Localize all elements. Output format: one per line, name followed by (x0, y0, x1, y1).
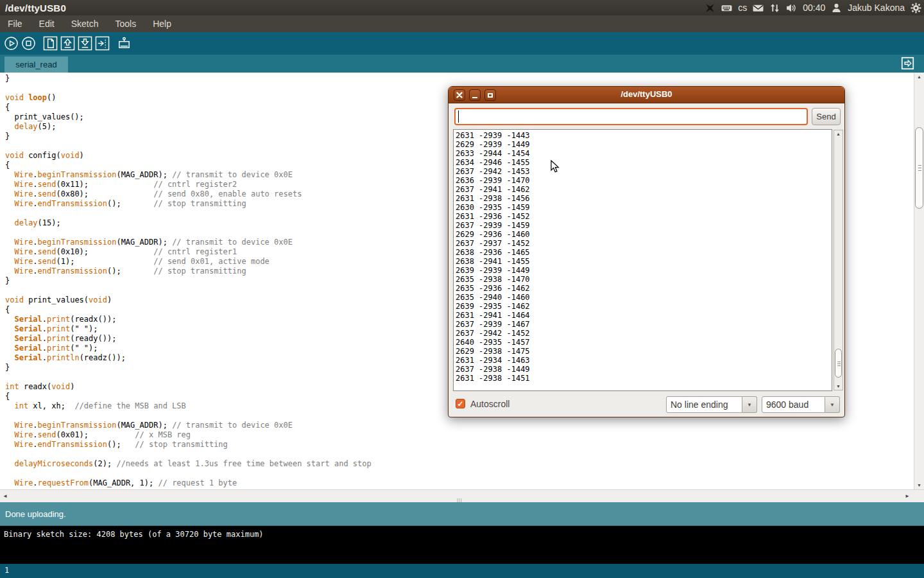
serial-scrollbar-thumb[interactable] (835, 349, 842, 378)
top-panel: /dev/ttyUSB0 cs00:40Jakub Kakona (0, 0, 924, 15)
code-line: } (5, 363, 372, 372)
chevron-down-icon[interactable]: ▼ (825, 396, 840, 413)
console-output: Binary sketch size: 4208 bytes (of a 307… (0, 525, 924, 564)
serial-line: 2637 -2939 -1459 (456, 221, 530, 230)
menu-item-help[interactable]: Help (153, 19, 171, 29)
upload-button[interactable] (94, 36, 110, 51)
code-area: }void loop(){ print_values(); delay(5);}… (5, 74, 372, 488)
serial-line: 2637 -2941 -1462 (456, 185, 530, 194)
code-line: void config(void) (5, 151, 372, 161)
code-line (5, 209, 372, 218)
footer-bar: 1 (0, 564, 924, 578)
line-number-indicator: 1 (0, 564, 9, 575)
tab-serial-read[interactable]: serial_read (4, 57, 68, 73)
tab-menu-button[interactable] (901, 57, 914, 70)
code-line: Wire.beginTransmission(MAG_ADDR); // tra… (5, 170, 372, 180)
serial-line: 2635 -2938 -1470 (456, 275, 530, 284)
serial-scrollbar[interactable]: ▲ ▼ (834, 130, 843, 390)
serial-line: 2629 -2939 -1449 (456, 140, 530, 149)
serial-monitor-titlebar[interactable]: /dev/ttyUSB0 (449, 87, 844, 103)
editor-scrollbar-thumb[interactable] (915, 127, 923, 209)
status-message: Done uploading. (0, 509, 66, 519)
menu-item-file[interactable]: File (8, 19, 22, 29)
tray-username[interactable]: Jakub Kakona (848, 3, 905, 13)
serial-output-area[interactable]: 2631 -2939 -14432629 -2939 -14492633 -29… (453, 129, 832, 391)
autoscroll-label: Autoscroll (470, 399, 509, 409)
scroll-up-icon[interactable]: ▲ (914, 74, 924, 79)
code-line: Wire.endTransmission(); // stop transmit… (5, 267, 372, 276)
system-tray: cs00:40Jakub Kakona (705, 0, 921, 15)
tray-clock[interactable]: 00:40 (803, 3, 825, 13)
text-caret (458, 110, 459, 123)
code-line (5, 372, 372, 382)
session-gear-icon[interactable] (911, 3, 921, 13)
serial-scroll-down-icon[interactable]: ▼ (834, 384, 843, 389)
code-line: { (5, 103, 372, 112)
code-line: Wire.send(0x01); // x MSB reg (5, 430, 372, 440)
indicator-x-icon[interactable] (705, 3, 715, 13)
stop-button[interactable] (21, 36, 36, 51)
code-line: Wire.beginTransmission(MAG_ADDR); // tra… (5, 421, 372, 430)
code-line: } (5, 74, 372, 83)
open-sketch-button[interactable] (60, 36, 75, 51)
serial-line: 2637 -2938 -1449 (456, 365, 530, 374)
serial-line: 2638 -2936 -1465 (456, 248, 530, 257)
serial-line: 2631 -2939 -1443 (456, 131, 530, 140)
console-text: Binary sketch size: 4208 bytes (of a 307… (0, 526, 924, 539)
new-sketch-button[interactable] (42, 36, 58, 51)
menu-item-tools[interactable]: Tools (116, 19, 137, 29)
code-line: Wire.send(0x10); // cntrl register1 (5, 247, 372, 257)
serial-line: 2630 -2935 -1459 (456, 203, 530, 212)
chevron-down-icon[interactable]: ▼ (742, 396, 757, 413)
serial-line: 2634 -2946 -1455 (456, 158, 530, 167)
code-line (5, 83, 372, 93)
tray-keyboard-layout[interactable]: cs (738, 3, 747, 13)
serial-monitor-button[interactable] (116, 36, 132, 51)
editor-vertical-scrollbar[interactable]: ▲ ▼ (914, 73, 924, 489)
code-line: delay(15); (5, 218, 372, 228)
code-line (5, 411, 372, 421)
baud-rate-dropdown[interactable]: 9600 baud ▼ (762, 396, 840, 413)
scroll-down-icon[interactable]: ▼ (914, 483, 924, 487)
serial-line: 2638 -2941 -1455 (456, 257, 530, 266)
serial-line: 2635 -2940 -1460 (456, 293, 530, 302)
menu-item-edit[interactable]: Edit (39, 19, 55, 29)
code-line (5, 469, 372, 478)
send-button[interactable]: Send (812, 108, 841, 125)
serial-scroll-up-icon[interactable]: ▲ (834, 132, 843, 136)
scroll-left-icon[interactable]: ◄ (3, 493, 8, 499)
code-line: Serial.print(" "); (5, 324, 372, 334)
serial-monitor-bottom-bar: ✓ Autoscroll No line ending ▼ 9600 baud … (449, 396, 844, 417)
save-sketch-button[interactable] (77, 36, 92, 51)
code-line: delayMicroseconds(2); //needs at least 1… (5, 459, 372, 469)
menubar: FileEditSketchToolsHelp (0, 15, 924, 32)
user-icon[interactable] (831, 3, 842, 13)
verify-button[interactable] (3, 36, 19, 51)
serial-line: 2633 -2944 -1454 (456, 149, 530, 158)
mail-icon[interactable] (753, 3, 764, 13)
serial-line: 2629 -2938 -1475 (456, 347, 530, 356)
serial-line: 2631 -2936 -1452 (456, 212, 530, 221)
scroll-right-icon[interactable]: ► (905, 493, 910, 499)
serial-line: 2629 -2936 -1460 (456, 230, 530, 239)
code-line: } (5, 132, 372, 141)
code-line: Serial.println(readz()); (5, 353, 372, 363)
splitter-grip[interactable]: ||| (457, 498, 463, 502)
serial-send-input[interactable] (454, 108, 808, 125)
menu-item-sketch[interactable]: Sketch (71, 19, 99, 29)
code-line (5, 286, 372, 295)
keyboard-icon[interactable] (721, 3, 732, 13)
tabbar: serial_read (0, 55, 924, 73)
serial-line: 2635 -2936 -1462 (456, 284, 530, 293)
volume-icon[interactable] (786, 3, 797, 13)
serial-line: 2639 -2939 -1449 (456, 266, 530, 275)
code-line: Wire.send(1); // send 0x01, active mode (5, 257, 372, 267)
code-line: Wire.endTransmission(); // stop transmit… (5, 199, 372, 209)
serial-line: 2636 -2939 -1470 (456, 176, 530, 185)
serial-output-lines: 2631 -2939 -14432629 -2939 -14492633 -29… (456, 131, 530, 383)
network-arrows-icon[interactable] (769, 3, 780, 13)
editor-horizontal-scrollbar[interactable]: ◄ ► ||| (0, 489, 924, 502)
line-ending-dropdown[interactable]: No line ending ▼ (666, 396, 757, 413)
autoscroll-checkbox[interactable]: ✓ (456, 399, 465, 408)
serial-monitor-window: /dev/ttyUSB0 Send 2631 -2939 -14432629 -… (448, 86, 845, 417)
